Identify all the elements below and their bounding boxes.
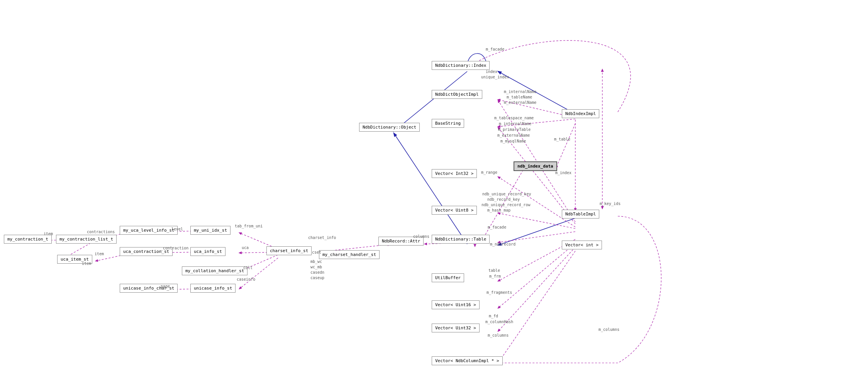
node-NdbDictionary_Index: NdbDictionary::Index	[432, 61, 490, 70]
label-wc_mb: wc_mb	[310, 265, 322, 269]
svg-line-8	[498, 177, 575, 227]
node-NdbDictObjectImpl: NdbDictObjectImpl	[432, 90, 482, 99]
node-Vector_Uint32: Vector< Uint32 >	[432, 324, 480, 332]
label-caseup: caseup	[310, 276, 324, 280]
node-my_uni_idx_st: my_uni_idx_st	[190, 226, 231, 235]
label-unique_index: unique_index	[481, 75, 509, 79]
label-m_hash_map: m_hash_map	[487, 208, 510, 212]
label-m_fragments: m_fragments	[487, 290, 512, 295]
node-NdbDictionary_Object: NdbDictionary::Object	[359, 123, 420, 132]
label-m_internalName-1: m_internalName	[504, 90, 536, 94]
node-charset_info_st: charset_info_st	[266, 246, 312, 255]
label-level: level	[171, 227, 183, 231]
node-my_contraction_t: my_contraction_t	[4, 235, 52, 244]
label-m_facade-top: m_facade	[486, 47, 504, 51]
node-uca_info_st: uca_info_st	[190, 247, 225, 256]
label-contractions: contractions	[87, 230, 115, 234]
label-m_externalName-1: m_externalName	[504, 100, 536, 105]
label-m_columns-2: m_columns	[598, 327, 619, 332]
node-unicase_info_st: unicase_info_st	[190, 284, 236, 293]
node-Vector_NdbColumnImpl: Vector< NdbColumnImpl * >	[432, 356, 503, 365]
label-m_key_ids: m_key_ids	[600, 202, 620, 206]
label-charset_info: charset_info	[308, 236, 336, 240]
svg-line-1	[394, 133, 467, 244]
label-ndb_record_key: ndb_record_key	[487, 197, 520, 202]
label-m_range: m_range	[481, 170, 497, 175]
label-table: table	[488, 268, 500, 273]
label-index: index	[486, 69, 497, 74]
label-m_frm: m_frm	[489, 274, 501, 278]
label-item-2: item	[95, 252, 104, 256]
label-m_externalName-2: m_externalName	[497, 133, 530, 137]
label-item-3: item	[82, 261, 91, 266]
label-cset: cset	[312, 250, 321, 254]
label-m_tablespace_name: m_tablespace_name	[494, 116, 534, 120]
label-m_table: m_table	[554, 137, 570, 141]
node-my_uca_level_info_st: my_uca_level_info_st	[120, 226, 178, 235]
label-ndb_unique_record_key: ndb_unique_record_key	[482, 192, 531, 196]
node-my_collation_handler_st: my_collation_handler_st	[182, 266, 248, 275]
label-m_fd: m_fd	[489, 314, 498, 318]
node-my_contraction_list_t: my_contraction_list_t	[56, 235, 117, 244]
label-mb_wc: mb_wc	[310, 259, 322, 264]
label-m_index: m_index	[555, 171, 571, 175]
label-page: page	[161, 284, 170, 288]
svg-line-15	[498, 243, 575, 308]
diagram-container: my_contraction_t my_contraction_list_t m…	[0, 0, 868, 383]
label-m_ndbrecord: m_ndbrecord	[490, 242, 515, 246]
label-contraction: _contraction	[161, 246, 188, 250]
label-uca: uca	[242, 246, 249, 250]
label-m_tableName: m_tableName	[507, 95, 532, 99]
node-BaseString: BaseString	[432, 119, 464, 128]
label-caseinfo: caseinfo	[237, 277, 255, 281]
label-m_mysqlName: m_mysqlName	[500, 139, 526, 143]
svg-line-17	[498, 251, 575, 363]
svg-line-19	[556, 124, 575, 168]
label-m_internalName-2: m_internalName	[499, 122, 531, 126]
label-coll: coll	[243, 266, 253, 270]
node-Vector_Uint8: Vector< Uint8 >	[432, 206, 477, 215]
node-NdbDictionary_Table: NdbDictionary::Table	[432, 235, 490, 244]
label-columns: columns	[413, 234, 429, 239]
node-ndb_index_data: ndb_index_data	[514, 161, 557, 171]
label-item-1: item	[44, 232, 53, 236]
label-m_columns-1: m_columns	[488, 333, 509, 337]
node-Vector_int: Vector< int >	[562, 241, 602, 249]
svg-line-16	[498, 247, 575, 331]
label-m_primaryTable: m_primaryTable	[498, 127, 531, 132]
node-my_charset_handler_st: my_charset_handler_st	[319, 250, 380, 259]
node-Vector_Int32: Vector< Int32 >	[432, 169, 477, 178]
label-m_facade-table: m_facade	[488, 225, 506, 229]
label-tab_from_uni: tab_from_uni	[235, 224, 263, 228]
label-m_columnHash: m_columnHash	[485, 320, 513, 324]
node-UtilBuffer: UtilBuffer	[432, 273, 464, 282]
node-NdbIndexImpl: NdbIndexImpl	[562, 109, 599, 118]
label-casedn: casedn	[310, 270, 324, 275]
label-ndb_unique_record_row: ndb_unique_record_row	[481, 203, 530, 207]
node-Vector_Uint16: Vector< Uint16 >	[432, 300, 480, 309]
node-NdbTableImpl: NdbTableImpl	[562, 210, 599, 219]
